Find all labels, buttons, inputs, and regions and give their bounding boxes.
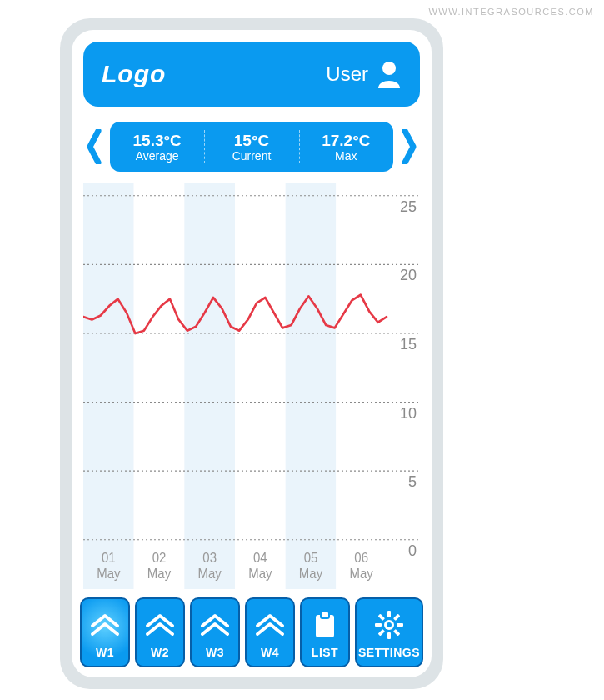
svg-rect-1 bbox=[83, 183, 134, 589]
tab-list[interactable]: LIST bbox=[300, 598, 350, 668]
stat-current-label: Current bbox=[232, 149, 272, 162]
svg-text:May: May bbox=[97, 567, 121, 581]
svg-text:May: May bbox=[299, 567, 323, 581]
svg-text:5: 5 bbox=[408, 472, 417, 491]
screen: Logo User 15.3°C Average bbox=[72, 30, 432, 678]
svg-text:06: 06 bbox=[354, 551, 368, 565]
tab-bar: W1 W2 W3 W4 bbox=[72, 589, 432, 678]
house-icon bbox=[199, 604, 231, 646]
stats-row: 15.3°C Average 15°C Current 17.2°C Max bbox=[83, 122, 420, 172]
watermark: WWW.INTEGRASOURCES.COM bbox=[428, 7, 594, 17]
svg-rect-41 bbox=[393, 629, 400, 636]
stat-max: 17.2°C Max bbox=[299, 122, 393, 172]
tab-w3[interactable]: W3 bbox=[190, 598, 240, 668]
stats-pill: 15.3°C Average 15°C Current 17.2°C Max bbox=[110, 122, 393, 172]
tab-w1[interactable]: W1 bbox=[80, 598, 130, 668]
svg-rect-37 bbox=[397, 623, 403, 627]
svg-rect-6 bbox=[336, 183, 387, 589]
house-icon bbox=[254, 604, 286, 646]
svg-rect-3 bbox=[184, 183, 235, 589]
stat-average-value: 15.3°C bbox=[133, 132, 182, 150]
svg-text:04: 04 bbox=[253, 551, 267, 565]
stat-max-label: Max bbox=[335, 149, 357, 162]
next-chevron-icon[interactable] bbox=[398, 122, 420, 172]
tab-w3-label: W3 bbox=[206, 646, 224, 659]
app-header: Logo User bbox=[83, 42, 420, 107]
svg-text:01: 01 bbox=[102, 551, 116, 565]
svg-text:15: 15 bbox=[400, 335, 417, 353]
svg-text:02: 02 bbox=[152, 551, 167, 565]
svg-text:May: May bbox=[350, 567, 374, 581]
svg-text:May: May bbox=[147, 567, 172, 581]
tab-w1-label: W1 bbox=[96, 646, 114, 659]
svg-point-42 bbox=[387, 622, 392, 628]
stat-current: 15°C Current bbox=[204, 122, 298, 172]
svg-text:05: 05 bbox=[304, 551, 318, 565]
stat-max-value: 17.2°C bbox=[322, 132, 370, 150]
tab-list-label: LIST bbox=[312, 646, 338, 659]
svg-rect-2 bbox=[134, 183, 185, 589]
tab-w2-label: W2 bbox=[151, 646, 169, 659]
svg-text:10: 10 bbox=[400, 403, 417, 422]
svg-rect-32 bbox=[321, 612, 329, 618]
stat-current-value: 15°C bbox=[234, 132, 269, 150]
chart-area: 051015202501May02May03May04May05May06May bbox=[83, 183, 420, 589]
tab-settings-label: SETTINGS bbox=[358, 646, 420, 659]
svg-rect-4 bbox=[235, 183, 286, 589]
svg-text:03: 03 bbox=[202, 551, 217, 565]
svg-rect-39 bbox=[378, 629, 385, 636]
svg-text:20: 20 bbox=[400, 266, 417, 284]
gear-icon bbox=[375, 604, 403, 646]
svg-point-0 bbox=[382, 62, 396, 75]
stat-average-label: Average bbox=[136, 149, 179, 162]
house-icon bbox=[144, 604, 176, 646]
svg-rect-35 bbox=[387, 632, 391, 639]
tab-w2[interactable]: W2 bbox=[135, 598, 185, 668]
svg-text:0: 0 bbox=[408, 541, 417, 559]
user-icon bbox=[377, 60, 402, 88]
stat-average: 15.3°C Average bbox=[110, 122, 204, 172]
user-label: User bbox=[326, 62, 368, 86]
tab-w4[interactable]: W4 bbox=[245, 598, 295, 668]
svg-rect-40 bbox=[378, 614, 385, 621]
svg-rect-38 bbox=[393, 614, 400, 621]
svg-text:May: May bbox=[248, 567, 272, 581]
svg-rect-5 bbox=[286, 183, 337, 589]
svg-rect-36 bbox=[375, 623, 382, 627]
device-frame: Logo User 15.3°C Average bbox=[60, 18, 443, 689]
clipboard-icon bbox=[313, 604, 337, 646]
house-icon bbox=[89, 604, 121, 646]
svg-text:25: 25 bbox=[400, 197, 417, 215]
user-block[interactable]: User bbox=[326, 60, 402, 88]
tab-settings[interactable]: SETTINGS bbox=[355, 598, 423, 668]
tab-w4-label: W4 bbox=[261, 646, 279, 659]
prev-chevron-icon[interactable] bbox=[83, 122, 105, 172]
svg-rect-34 bbox=[387, 611, 391, 618]
temperature-chart: 051015202501May02May03May04May05May06May bbox=[83, 183, 420, 589]
logo: Logo bbox=[102, 60, 166, 88]
svg-text:May: May bbox=[198, 567, 222, 581]
